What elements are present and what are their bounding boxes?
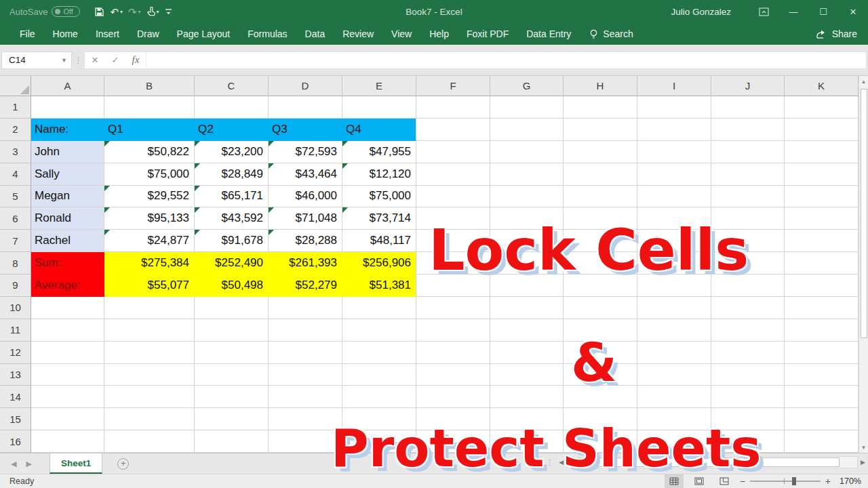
cell-F6[interactable] — [416, 207, 490, 230]
cell-I4[interactable] — [637, 163, 711, 186]
cell-I14[interactable] — [637, 386, 711, 408]
cell-A2[interactable]: Name: — [31, 119, 104, 141]
cell-H9[interactable] — [564, 274, 637, 297]
touch-mouse-mode-button[interactable]: ▾ — [144, 5, 161, 18]
cell-C1[interactable] — [195, 96, 269, 119]
tab-help[interactable]: Help — [420, 24, 458, 43]
cell-K2[interactable] — [785, 119, 859, 141]
cell-D4[interactable]: $43,464 — [269, 163, 342, 186]
column-header-I[interactable]: I — [637, 76, 711, 96]
cell-B12[interactable] — [104, 342, 195, 364]
cell-K6[interactable] — [785, 207, 859, 230]
row-header-2[interactable]: 2 — [0, 119, 31, 141]
horizontal-scrollbar-track[interactable] — [566, 456, 858, 468]
cell-C8[interactable]: $252,490 — [195, 252, 269, 274]
add-sheet-button[interactable]: + — [117, 458, 129, 470]
tab-data[interactable]: Data — [296, 24, 334, 43]
tab-formulas[interactable]: Formulas — [239, 24, 296, 43]
cell-I10[interactable] — [637, 297, 711, 319]
cell-C6[interactable]: $43,592 — [195, 207, 269, 230]
cell-D16[interactable] — [269, 430, 342, 453]
cell-A15[interactable] — [31, 408, 104, 430]
cell-K8[interactable] — [785, 252, 859, 274]
cell-F10[interactable] — [416, 297, 490, 319]
cell-F8[interactable] — [416, 252, 490, 274]
cell-J2[interactable] — [711, 119, 785, 141]
cell-G13[interactable] — [490, 364, 564, 386]
cell-J1[interactable] — [711, 96, 785, 119]
cell-J7[interactable] — [711, 230, 785, 252]
cell-F3[interactable] — [416, 141, 490, 163]
save-button[interactable] — [92, 5, 106, 18]
column-header-A[interactable]: A — [31, 76, 104, 96]
tab-foxit-pdf[interactable]: Foxit PDF — [458, 24, 517, 43]
cell-J5[interactable] — [711, 186, 785, 208]
row-header-9[interactable]: 9 — [0, 274, 31, 297]
cell-K12[interactable] — [785, 342, 859, 364]
cell-E7[interactable]: $48,117 — [342, 230, 416, 252]
cell-H6[interactable] — [564, 207, 637, 230]
cell-D1[interactable] — [269, 96, 342, 119]
cancel-button[interactable]: ✕ — [85, 55, 105, 65]
cell-G12[interactable] — [490, 342, 564, 364]
column-header-B[interactable]: B — [104, 76, 195, 96]
insert-function-button[interactable]: fx — [125, 54, 146, 66]
cell-A8[interactable]: Sum: — [31, 252, 104, 274]
cell-A16[interactable] — [31, 430, 104, 453]
cell-I11[interactable] — [637, 319, 711, 342]
cell-E1[interactable] — [342, 96, 416, 119]
share-button[interactable]: Share — [816, 28, 857, 39]
cell-J6[interactable] — [711, 207, 785, 230]
cell-C15[interactable] — [195, 408, 269, 430]
cell-K13[interactable] — [785, 364, 859, 386]
cell-B2[interactable]: Q1 — [104, 119, 195, 141]
cell-F14[interactable] — [416, 386, 490, 408]
zoom-out-button[interactable]: − — [740, 476, 745, 487]
row-header-5[interactable]: 5 — [0, 186, 31, 208]
cell-J14[interactable] — [711, 386, 785, 408]
cell-K3[interactable] — [785, 141, 859, 163]
cell-D15[interactable] — [269, 408, 342, 430]
cell-H10[interactable] — [564, 297, 637, 319]
tab-view[interactable]: View — [382, 24, 420, 43]
cell-A10[interactable] — [31, 297, 104, 319]
column-header-J[interactable]: J — [711, 76, 785, 96]
cell-G11[interactable] — [490, 319, 564, 342]
tab-home[interactable]: Home — [44, 24, 87, 43]
customize-qat-button[interactable] — [163, 6, 174, 17]
cell-B1[interactable] — [104, 96, 195, 119]
zoom-level[interactable]: 170% — [835, 476, 861, 486]
cell-E11[interactable] — [342, 319, 416, 342]
cell-C3[interactable]: $23,200 — [195, 141, 269, 163]
cell-I3[interactable] — [637, 141, 711, 163]
cell-K1[interactable] — [785, 96, 859, 119]
zoom-slider-thumb[interactable] — [792, 477, 796, 485]
cell-D5[interactable]: $46,000 — [269, 186, 342, 208]
vertical-scrollbar-thumb[interactable] — [861, 89, 867, 338]
cell-B16[interactable] — [104, 430, 195, 453]
cell-B14[interactable] — [104, 386, 195, 408]
cell-B6[interactable]: $95,133 — [104, 207, 195, 230]
cell-J11[interactable] — [711, 319, 785, 342]
cell-B8[interactable]: $275,384 — [104, 252, 195, 274]
cell-G3[interactable] — [490, 141, 564, 163]
cell-B10[interactable] — [104, 297, 195, 319]
row-header-7[interactable]: 7 — [0, 230, 31, 252]
cell-I8[interactable] — [637, 252, 711, 274]
cell-D7[interactable]: $28,288 — [269, 230, 342, 252]
splitter-grip-icon[interactable]: ⋮ — [546, 458, 552, 467]
cell-H14[interactable] — [564, 386, 637, 408]
cell-K9[interactable] — [785, 274, 859, 297]
column-header-C[interactable]: C — [195, 76, 269, 96]
maximize-button[interactable]: ☐ — [808, 0, 838, 23]
cell-A7[interactable]: Rachel — [31, 230, 104, 252]
cell-K10[interactable] — [785, 297, 859, 319]
cell-I7[interactable] — [637, 230, 711, 252]
cell-H13[interactable] — [564, 364, 637, 386]
cell-C13[interactable] — [195, 364, 269, 386]
cell-D12[interactable] — [269, 342, 342, 364]
cell-D6[interactable]: $71,048 — [269, 207, 342, 230]
cell-G16[interactable] — [490, 430, 564, 453]
cell-I15[interactable] — [637, 408, 711, 430]
cell-A5[interactable]: Megan — [31, 186, 104, 208]
